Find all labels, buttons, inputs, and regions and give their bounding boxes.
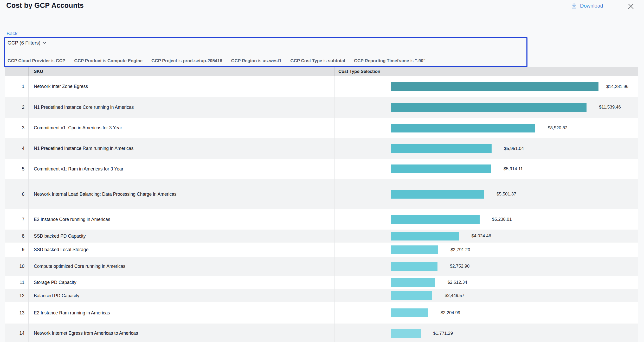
download-label: Download xyxy=(580,3,603,9)
row-index: 7 xyxy=(5,209,29,230)
header-sku-column[interactable]: SKU xyxy=(29,67,335,76)
bar-amount: $2,449.57 xyxy=(445,293,465,298)
filter-chip[interactable]: GCP Cloud ProviderisGCP xyxy=(8,58,65,64)
page-title: Cost by GCP Accounts xyxy=(6,2,84,10)
table-row[interactable]: 5Commitment v1: Ram in Americas for 3 Ye… xyxy=(5,159,638,179)
bar-amount: $1,771.29 xyxy=(433,331,453,336)
bar-cell: $5,238.01 xyxy=(335,209,638,230)
table-row[interactable]: 13E2 Instance Ram running in Americas$2,… xyxy=(5,302,638,324)
bar-cell: $14,281.96 xyxy=(335,76,638,97)
bar-cell: $4,024.46 xyxy=(335,230,638,243)
row-index: 8 xyxy=(5,230,29,243)
filter-operator: is xyxy=(51,58,54,64)
filter-operator: is xyxy=(410,58,414,64)
sku-cell: SSD backed PD Capacity xyxy=(29,230,335,243)
sku-cell: Network Internal Load Balancing: Data Pr… xyxy=(29,179,335,209)
filter-value: GCP xyxy=(56,58,65,64)
close-button[interactable] xyxy=(626,2,636,11)
row-index: 14 xyxy=(5,324,29,342)
filter-chip[interactable]: GCP Projectisprod-setup-205416 xyxy=(151,58,222,64)
table-row[interactable]: 10Compute optimized Core running in Amer… xyxy=(5,257,638,276)
download-button[interactable]: Download xyxy=(570,2,605,10)
filter-value: prod-setup-205416 xyxy=(183,58,222,64)
bar-cell: $11,539.46 xyxy=(335,97,638,118)
sku-cell: E2 Instance Core running in Americas xyxy=(29,209,335,230)
cost-bar[interactable] xyxy=(391,144,492,153)
table-row[interactable]: 2N1 Predefined Instance Core running in … xyxy=(5,97,638,118)
cost-bar[interactable] xyxy=(391,308,428,317)
bar-cell: $5,951.04 xyxy=(335,138,638,159)
table-row[interactable]: 7E2 Instance Core running in Americas$5,… xyxy=(5,209,638,230)
table-row[interactable]: 3Commitment v1: Cpu in Americas for 3 Ye… xyxy=(5,118,638,138)
cost-table: SKU Cost Type Selection 1Network Inter Z… xyxy=(5,67,638,342)
table-header-row: SKU Cost Type Selection xyxy=(5,67,638,76)
cost-bar[interactable] xyxy=(391,164,491,173)
sku-cell: Storage PD Capacity xyxy=(29,276,335,289)
filter-chip[interactable]: GCP Regionisus-west1 xyxy=(231,58,281,64)
row-index: 3 xyxy=(5,118,29,138)
cost-bar[interactable] xyxy=(391,232,459,240)
cost-bar[interactable] xyxy=(391,124,535,132)
row-index: 9 xyxy=(5,243,29,257)
filter-chip[interactable]: GCP Cost Typeissubtotal xyxy=(290,58,345,64)
table-row[interactable]: 12Balanced PD Capacity$2,449.57 xyxy=(5,289,638,302)
bar-amount: $5,501.37 xyxy=(497,192,516,197)
filter-summary-dropdown[interactable]: GCP (6 Filters) xyxy=(8,40,47,46)
filter-chip[interactable]: GCP ProductisCompute Engine xyxy=(74,58,143,64)
table-row[interactable]: 8SSD backed PD Capacity$4,024.46 xyxy=(5,230,638,243)
cost-bar[interactable] xyxy=(391,103,587,112)
table-row[interactable]: 4N1 Predefined Instance Ram running in A… xyxy=(5,138,638,159)
filter-operator: is xyxy=(103,58,106,64)
row-index: 5 xyxy=(5,159,29,179)
cost-bar[interactable] xyxy=(391,291,432,300)
cost-bar[interactable] xyxy=(391,278,435,287)
table-body: 1Network Inter Zone Egress$14,281.962N1 … xyxy=(5,76,638,342)
sku-cell: Compute optimized Core running in Americ… xyxy=(29,257,335,276)
cost-bar[interactable] xyxy=(391,215,480,224)
filter-operator: is xyxy=(258,58,261,64)
cost-bar[interactable] xyxy=(391,190,484,199)
bar-cell: $5,501.37 xyxy=(335,179,638,209)
row-index: 2 xyxy=(5,97,29,118)
filter-chip[interactable]: GCP Reporting Timeframeis"-90" xyxy=(354,58,426,64)
cost-bar[interactable] xyxy=(391,82,598,91)
row-index: 12 xyxy=(5,289,29,302)
table-row[interactable]: 14Network Internet Egress from Americas … xyxy=(5,324,638,342)
cost-bar[interactable] xyxy=(391,245,438,254)
chevron-down-icon xyxy=(43,41,47,45)
cost-bar[interactable] xyxy=(391,262,437,271)
bar-amount: $2,204.99 xyxy=(441,310,460,315)
table-row[interactable]: 1Network Inter Zone Egress$14,281.96 xyxy=(5,76,638,97)
cost-bar[interactable] xyxy=(391,329,421,338)
filter-field: GCP Region xyxy=(231,58,257,64)
bar-cell: $2,791.20 xyxy=(335,243,638,257)
filter-value: Compute Engine xyxy=(107,58,143,64)
cost-by-gcp-accounts-panel: Cost by GCP Accounts Download Back GCP (… xyxy=(0,0,644,342)
filter-operator: is xyxy=(323,58,326,64)
table-row[interactable]: 6Network Internal Load Balancing: Data P… xyxy=(5,179,638,209)
sku-cell: Network Inter Zone Egress xyxy=(29,76,335,97)
bar-amount: $14,281.96 xyxy=(606,84,628,89)
filter-value: subtotal xyxy=(328,58,345,64)
filter-field: GCP Product xyxy=(74,58,101,64)
sku-cell: Commitment v1: Ram in Americas for 3 Yea… xyxy=(29,159,335,179)
bar-cell: $2,449.57 xyxy=(335,289,638,302)
bar-cell: $8,520.82 xyxy=(335,118,638,138)
row-index: 6 xyxy=(5,179,29,209)
bar-amount: $5,238.01 xyxy=(492,217,512,222)
bar-amount: $11,539.46 xyxy=(599,105,621,110)
sku-cell: SSD backed Local Storage xyxy=(29,243,335,257)
sku-cell: Balanced PD Capacity xyxy=(29,289,335,302)
bar-amount: $2,612.34 xyxy=(447,280,467,285)
close-icon xyxy=(627,3,635,10)
filter-field: GCP Cost Type xyxy=(290,58,322,64)
back-link[interactable]: Back xyxy=(7,31,17,36)
filter-field: GCP Reporting Timeframe xyxy=(354,58,409,64)
table-row[interactable]: 11Storage PD Capacity$2,612.34 xyxy=(5,276,638,289)
row-index: 13 xyxy=(5,302,29,324)
filter-value: "-90" xyxy=(415,58,426,64)
header-cost-type-selection-column[interactable]: Cost Type Selection xyxy=(335,67,638,76)
table-row[interactable]: 9SSD backed Local Storage$2,791.20 xyxy=(5,243,638,257)
sku-cell: E2 Instance Ram running in Americas xyxy=(29,302,335,324)
bar-cell: $5,914.11 xyxy=(335,159,638,179)
